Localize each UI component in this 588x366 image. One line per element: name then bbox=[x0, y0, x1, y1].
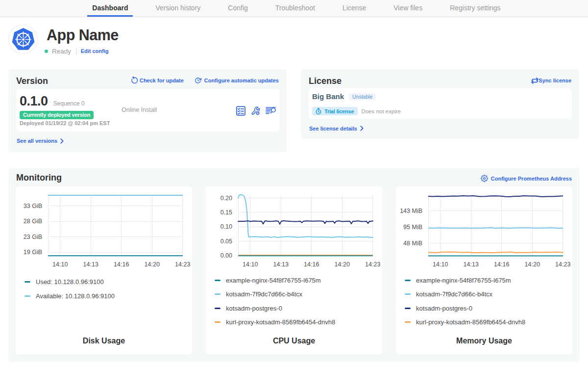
svg-text:14:20: 14:20 bbox=[145, 261, 160, 268]
svg-text:14:23: 14:23 bbox=[365, 261, 380, 268]
svg-text:143 MiB: 143 MiB bbox=[400, 208, 422, 214]
svg-text:19 GiB: 19 GiB bbox=[24, 249, 42, 256]
svg-text:48 MiB: 48 MiB bbox=[403, 240, 422, 247]
svg-text:14:13: 14:13 bbox=[83, 261, 98, 268]
svg-text:14:10: 14:10 bbox=[243, 261, 258, 268]
svg-text:14:23: 14:23 bbox=[175, 261, 190, 268]
svg-text:0.15: 0.15 bbox=[220, 209, 232, 216]
svg-text:33 GiB: 33 GiB bbox=[24, 203, 42, 209]
svg-text:23 GiB: 23 GiB bbox=[24, 234, 42, 240]
svg-text:0.10: 0.10 bbox=[220, 223, 232, 230]
svg-text:95 MiB: 95 MiB bbox=[403, 224, 422, 231]
svg-text:14:13: 14:13 bbox=[273, 261, 289, 268]
svg-text:14:10: 14:10 bbox=[52, 261, 68, 268]
svg-text:14:13: 14:13 bbox=[464, 261, 479, 268]
svg-text:0.05: 0.05 bbox=[220, 238, 232, 245]
svg-text:14:10: 14:10 bbox=[433, 261, 448, 268]
svg-text:14:23: 14:23 bbox=[555, 261, 570, 268]
svg-text:0.00: 0.00 bbox=[220, 252, 232, 259]
svg-text:14:16: 14:16 bbox=[114, 261, 129, 268]
svg-text:14:20: 14:20 bbox=[335, 261, 350, 268]
svg-text:14:20: 14:20 bbox=[525, 261, 540, 268]
svg-text:28 GiB: 28 GiB bbox=[24, 218, 42, 225]
svg-text:14:16: 14:16 bbox=[304, 261, 319, 268]
svg-text:0.20: 0.20 bbox=[220, 195, 232, 202]
svg-text:14:16: 14:16 bbox=[494, 261, 509, 268]
